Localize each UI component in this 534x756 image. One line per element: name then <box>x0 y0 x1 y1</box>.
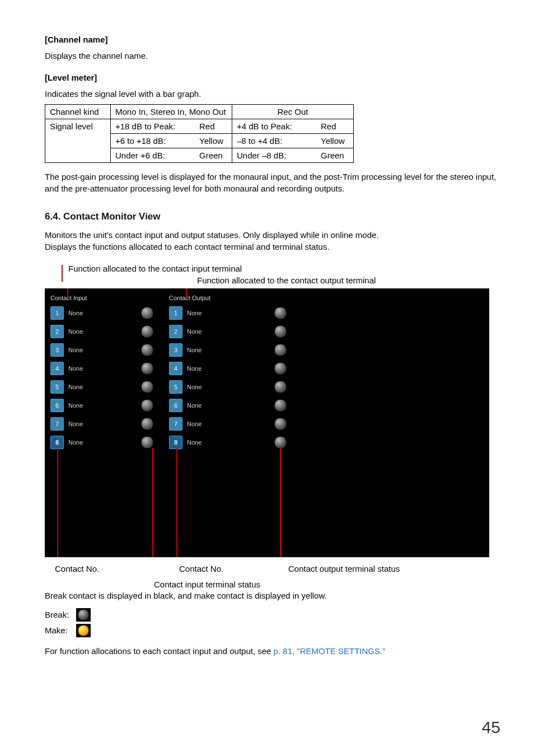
table-cell: Mono In, Stereo In, Mono Out <box>111 105 232 119</box>
contact-input-row: 7 None <box>50 415 153 433</box>
contact-function: None <box>68 420 135 428</box>
contact-number[interactable]: 2 <box>50 325 64 338</box>
contact-monitor-screenshot: Contact Input Contact Output 1 None 2 No… <box>45 288 489 557</box>
leader-line <box>57 448 58 557</box>
contact-input-row: 8 None <box>50 433 153 452</box>
contact-output-row: 4 None <box>169 360 254 378</box>
caption-contact-no-in: Contact No. <box>55 563 99 575</box>
contact-function: None <box>68 438 135 447</box>
level-range: +4 dB to Peak: <box>237 120 317 132</box>
contact-function: None <box>68 365 135 373</box>
contact-function: None <box>68 383 135 391</box>
contact-function: None <box>187 438 254 447</box>
table-cell: Under –8 dB: Green <box>232 148 354 163</box>
table-cell: Rec Out <box>232 105 354 119</box>
break-dot-icon <box>78 609 89 620</box>
channel-name-desc: Displays the channel name. <box>45 50 500 62</box>
contact-function: None <box>187 402 254 410</box>
contact-number[interactable]: 7 <box>169 417 182 431</box>
page-number: 45 <box>482 716 500 739</box>
legend-make-row: Make: <box>45 624 500 637</box>
table-cell: +4 dB to Peak: Red <box>232 119 354 134</box>
level-table: Channel kind Mono In, Stereo In, Mono Ou… <box>45 104 354 163</box>
contact-output-row: 7 None <box>169 415 254 433</box>
status-indicator-icon <box>274 344 287 356</box>
break-make-desc: Break contact is displayed in black, and… <box>45 590 500 601</box>
contact-output-row: 3 None <box>169 341 254 360</box>
caption-output-status: Contact output terminal status <box>288 563 400 575</box>
contact-number[interactable]: 2 <box>169 325 182 338</box>
table-cell: –8 to +4 dB: Yellow <box>232 134 354 148</box>
contact-number[interactable]: 8 <box>169 436 182 449</box>
level-range: +6 to +18 dB: <box>115 135 196 147</box>
make-dot-icon <box>78 625 89 636</box>
contact-number[interactable]: 4 <box>169 362 182 375</box>
contact-output-list: 1 None 2 None 3 None 4 None 5 None 6 Non… <box>169 304 254 452</box>
status-indicator-icon <box>274 325 287 338</box>
contact-number[interactable]: 8 <box>50 436 64 449</box>
table-cell: Signal level <box>45 119 111 163</box>
contact-function: None <box>187 365 254 373</box>
footer-para: For function allocations to each contact… <box>45 645 500 657</box>
callout-input-func: Function allocated to the contact input … <box>68 263 500 274</box>
top-callouts: Function allocated to the contact input … <box>45 263 500 286</box>
level-color: Yellow <box>196 135 227 147</box>
contact-output-row: 5 None <box>169 378 254 396</box>
contact-number[interactable]: 4 <box>50 362 64 375</box>
contact-function: None <box>187 420 254 428</box>
table-cell: +18 dB to Peak: Red <box>111 119 232 134</box>
legend-make-label: Make: <box>45 624 72 636</box>
legend-break-swatch <box>76 608 91 622</box>
contact-number[interactable]: 3 <box>50 343 64 357</box>
contact-number[interactable]: 6 <box>50 399 64 412</box>
status-indicator-icon <box>274 381 287 393</box>
contact-number[interactable]: 5 <box>50 380 64 394</box>
status-indicator-icon <box>141 381 153 393</box>
status-indicator-icon <box>141 307 153 319</box>
legend-make-swatch <box>76 624 91 637</box>
contact-output-row: 8 None <box>169 433 254 452</box>
contact-function: None <box>68 309 135 318</box>
contact-number[interactable]: 7 <box>50 417 64 431</box>
status-indicator-icon <box>274 399 287 412</box>
contact-output-title: Contact Output <box>169 294 210 302</box>
legend-break-row: Break: <box>45 608 500 622</box>
level-color: Green <box>196 150 227 161</box>
level-color: Yellow <box>317 135 349 147</box>
legend-break-label: Break: <box>45 609 72 620</box>
status-indicator-icon <box>141 436 153 449</box>
contact-function: None <box>187 309 254 318</box>
contact-number[interactable]: 6 <box>169 399 182 412</box>
status-indicator-icon <box>274 418 287 430</box>
contact-input-row: 6 None <box>50 396 153 415</box>
footer-text: For function allocations to each contact… <box>45 646 274 656</box>
table-cell: Under +6 dB: Green <box>111 148 232 163</box>
contact-function: None <box>187 346 254 354</box>
contact-input-row: 3 None <box>50 341 153 360</box>
output-status-column <box>274 304 287 452</box>
leader-line <box>176 448 177 557</box>
leader-line <box>67 288 68 298</box>
level-color: Red <box>196 120 227 132</box>
status-indicator-icon <box>141 344 153 356</box>
level-range: +18 dB to Peak: <box>115 120 196 132</box>
contact-number[interactable]: 5 <box>169 380 182 394</box>
post-table-para: The post-gain processing level is displa… <box>45 171 500 194</box>
contact-number[interactable]: 1 <box>169 306 182 320</box>
contact-output-row: 2 None <box>169 323 254 341</box>
contact-function: None <box>187 383 254 391</box>
contact-input-row: 1 None <box>50 304 153 323</box>
level-range: Under +6 dB: <box>115 150 196 161</box>
contact-input-row: 4 None <box>50 360 153 378</box>
status-indicator-icon <box>274 362 287 375</box>
status-indicator-icon <box>141 325 153 338</box>
leader-line <box>152 448 153 557</box>
caption-input-status: Contact input terminal status <box>154 578 260 590</box>
contact-input-title: Contact Input <box>50 294 87 302</box>
contact-input-list: 1 None 2 None 3 None 4 None 5 None <box>50 304 153 452</box>
level-range: Under –8 dB: <box>237 150 317 161</box>
contact-number[interactable]: 1 <box>50 306 64 320</box>
remote-settings-link[interactable]: p. 81, "REMOTE SETTINGS." <box>274 646 386 656</box>
contact-number[interactable]: 3 <box>169 343 182 357</box>
contact-function: None <box>187 328 254 336</box>
